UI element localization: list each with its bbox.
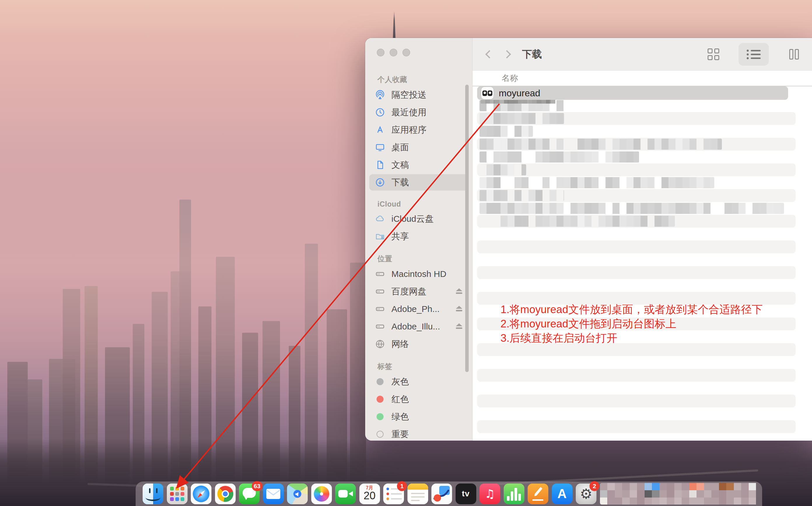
sidebar-item-label: 下载	[391, 177, 409, 188]
hdd-icon	[375, 304, 386, 315]
file-row-redacted[interactable]	[480, 113, 564, 124]
back-icon[interactable]	[485, 50, 494, 58]
dock-icon-numbers[interactable]	[504, 484, 524, 504]
sidebar-item-label: 最近使用	[391, 106, 426, 118]
file-row-redacted[interactable]	[480, 164, 526, 175]
file-row-redacted[interactable]	[480, 152, 639, 163]
document-icon	[375, 159, 386, 170]
clock-icon	[375, 107, 386, 118]
download-icon	[375, 177, 386, 188]
dock-icon-facetime[interactable]	[335, 484, 356, 504]
dock-icon-music[interactable]: ♫	[480, 484, 500, 504]
dock-icon-safari[interactable]	[191, 484, 211, 504]
eject-icon[interactable]	[455, 323, 463, 330]
tv-glyph: tv	[462, 489, 470, 498]
squiggle-icon	[431, 484, 452, 504]
sidebar-item-desktop[interactable]: 桌面	[369, 139, 468, 156]
dock-icon-maps[interactable]	[287, 484, 308, 504]
dock-icon-pages[interactable]	[528, 484, 548, 504]
sidebar-item-baidu-netdisk[interactable]: 百度网盘	[369, 283, 468, 300]
music-note-glyph: ♫	[485, 487, 495, 500]
moyuread-app-icon	[481, 87, 494, 99]
hdd-icon	[375, 286, 386, 297]
airdrop-icon	[375, 89, 386, 100]
grid-view-icon	[708, 49, 719, 60]
sidebar-item-network[interactable]: 网络	[369, 336, 468, 352]
sidebar-item-tag-important[interactable]: 重要	[369, 426, 468, 441]
dock-icon-messages[interactable]: 63	[239, 484, 260, 504]
sidebar-item-tag-green[interactable]: 绿色	[369, 409, 468, 425]
sidebar-item-label: 绿色	[391, 411, 409, 423]
sidebar-section-tags: 标签	[378, 361, 472, 371]
dock-icon-settings[interactable]: ⚙ 2	[576, 484, 596, 504]
sidebar-item-label: 隔空投送	[391, 89, 426, 101]
dock: 63 7月 20 1 tv	[136, 482, 762, 506]
eject-icon[interactable]	[455, 306, 463, 313]
sidebar-scrollbar[interactable]	[465, 85, 469, 372]
list-view-button[interactable]	[738, 43, 769, 66]
minimize-button[interactable]	[390, 49, 397, 56]
sidebar-item-icloud-drive[interactable]: iCloud云盘	[369, 211, 468, 227]
file-name: moyuread	[499, 88, 540, 99]
dock-icon-freeform[interactable]	[431, 484, 452, 504]
dock-icon-appletv[interactable]: tv	[455, 484, 476, 504]
dock-icon-chrome[interactable]	[215, 484, 236, 504]
annotation-line-1: 1.将moyuread文件放到桌面，或者放到某个合适路径下	[501, 302, 763, 317]
forward-icon[interactable]	[503, 50, 511, 58]
list-view-icon	[747, 48, 761, 61]
sidebar-item-label: 百度网盘	[391, 286, 426, 298]
dock-icons-redacted[interactable]	[600, 483, 763, 505]
sidebar-item-downloads[interactable]: 下载	[369, 174, 468, 190]
column-header-name[interactable]: 名称	[502, 73, 518, 84]
window-title: 下载	[522, 48, 542, 61]
calendar-day: 20	[359, 490, 380, 502]
dock-icon-appstore[interactable]: A	[552, 484, 573, 504]
file-row-redacted[interactable]	[480, 139, 722, 150]
sidebar-item-tag-gray[interactable]: 灰色	[369, 373, 468, 390]
sidebar-item-label: 应用程序	[391, 124, 426, 136]
sidebar-item-applications[interactable]: 应用程序	[369, 122, 468, 138]
file-row-redacted[interactable]	[480, 190, 564, 201]
sidebar-item-adobe-ph[interactable]: Adobe_Ph...	[369, 301, 468, 317]
reminders-badge: 1	[397, 481, 407, 491]
tag-icon	[375, 429, 386, 440]
view-controls	[698, 38, 809, 71]
dock-icon-reminders[interactable]: 1	[383, 484, 404, 504]
file-row-moyuread[interactable]: moyuread	[477, 86, 788, 100]
empty-row-stripe	[477, 241, 796, 253]
dock-icon-mail[interactable]	[263, 484, 284, 504]
file-row-redacted[interactable]	[480, 216, 675, 227]
sidebar-item-label: iCloud云盘	[391, 213, 434, 225]
file-row-redacted[interactable]	[480, 177, 714, 188]
grid-view-button[interactable]	[698, 43, 729, 66]
envelope-icon	[266, 489, 280, 499]
sidebar-item-airdrop[interactable]: 隔空投送	[369, 87, 468, 103]
column-view-button[interactable]	[779, 43, 809, 66]
sidebar-item-adobe-illu[interactable]: Adobe_Illu...	[369, 318, 468, 335]
file-row-redacted[interactable]	[480, 126, 533, 137]
dock-icon-launchpad[interactable]	[167, 484, 188, 504]
sidebar-item-documents[interactable]: 文稿	[369, 157, 468, 173]
close-button[interactable]	[377, 49, 384, 56]
dock-icon-calendar[interactable]: 7月 20	[359, 484, 380, 504]
sidebar-item-macintosh-hd[interactable]: Macintosh HD	[369, 266, 468, 282]
dock-icon-notes[interactable]	[407, 484, 428, 504]
shared-icon	[375, 231, 386, 242]
appstore-a-glyph: A	[557, 487, 567, 501]
dock-icon-finder[interactable]	[142, 484, 163, 504]
sidebar-item-label: Macintosh HD	[391, 269, 446, 279]
sidebar-item-label: 重要	[391, 428, 409, 440]
dock-icon-photos[interactable]	[311, 484, 332, 504]
file-row-redacted[interactable]	[480, 203, 784, 214]
sidebar-section-icloud: iCloud	[378, 200, 472, 208]
zoom-button[interactable]	[403, 49, 410, 56]
sidebar-item-recents[interactable]: 最近使用	[369, 104, 468, 120]
eject-icon[interactable]	[455, 288, 463, 295]
sidebar-item-shared[interactable]: 共享	[369, 228, 468, 245]
sidebar-item-label: 共享	[391, 231, 409, 243]
sidebar-item-label: 桌面	[391, 142, 409, 154]
globe-icon	[375, 338, 386, 350]
finder-toolbar: 下载	[473, 38, 812, 71]
sidebar-section-locations: 位置	[378, 254, 472, 263]
sidebar-item-tag-red[interactable]: 红色	[369, 391, 468, 407]
